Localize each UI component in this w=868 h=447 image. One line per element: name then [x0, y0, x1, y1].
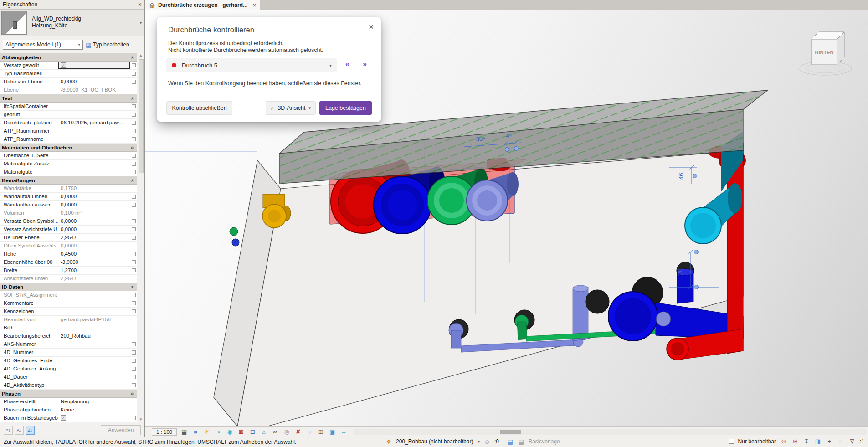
associate-parameter-box[interactable] [132, 121, 136, 125]
property-row[interactable]: 4D_Geplantes_Ende [0, 357, 137, 365]
workset-dropdown[interactable]: 200_Rohbau (nicht bearbeitbar) [396, 438, 473, 445]
property-row[interactable]: AKS-Nummer [0, 340, 137, 349]
property-row[interactable]: Versatz gewollt✓ [0, 62, 137, 70]
temporary-hide-isolate-icon[interactable]: ∞ [271, 428, 279, 436]
finish-control-button[interactable]: Kontrolle abschließen [166, 101, 232, 115]
visual-style-icon[interactable]: ■ [191, 428, 200, 436]
property-value[interactable] [58, 160, 130, 168]
associate-parameter-box[interactable] [132, 268, 136, 272]
property-value[interactable]: 06.10.2025, gerhard.paw... [58, 119, 130, 127]
category-filter-dropdown[interactable]: Allgemeines Modell (1) ▾ [3, 40, 83, 50]
property-row[interactable]: Bild [0, 324, 137, 332]
sort-default-button[interactable]: ≡↕ [4, 426, 13, 435]
associate-parameter-box[interactable] [132, 162, 136, 166]
property-row[interactable]: UK über Ebene2,9547 [0, 234, 137, 242]
associate-parameter-box[interactable] [132, 301, 136, 305]
property-row[interactable]: Ebene-3,9000_K1_UG_FBOK [0, 86, 137, 94]
apply-button[interactable]: Anwenden [101, 425, 141, 435]
type-selector[interactable]: Allg_WD_rechteckig Heizung_Kälte ▾ [0, 10, 144, 36]
select-pinned-elements-icon[interactable]: ↧ [803, 438, 810, 445]
sort-descending-button[interactable]: Z↓ [26, 426, 35, 435]
render-icon[interactable]: ◉ [226, 428, 234, 436]
property-value[interactable] [58, 373, 130, 381]
shadows-icon[interactable]: ◑ [214, 428, 222, 436]
scroll-up-icon[interactable]: ▲ [139, 53, 143, 57]
close-icon[interactable]: × [369, 22, 374, 32]
crop-view-icon[interactable]: ⊠ [237, 428, 245, 436]
highlight-displacement-sets-icon[interactable]: ⊞ [317, 428, 325, 436]
property-row[interactable]: Typ Basisbauteil [0, 70, 137, 78]
collapse-icon[interactable]: « [130, 285, 135, 288]
associate-parameter-box[interactable] [132, 350, 136, 355]
confirm-position-button[interactable]: Lage bestätigen [319, 101, 372, 115]
property-value[interactable]: 0,1750 [58, 185, 130, 192]
sun-settings-icon[interactable]: ☀ [203, 428, 211, 436]
scrollbar-thumb[interactable] [139, 59, 144, 173]
property-value[interactable] [58, 70, 130, 77]
select-elements-by-face-icon[interactable]: ◨ [814, 438, 822, 445]
view-template-list-icon[interactable]: ▤ [518, 438, 525, 445]
property-row[interactable]: Materialgüte Zusatz [0, 160, 137, 168]
durchbruch-dropdown[interactable]: Durchbruch 5 ▾ [166, 58, 337, 72]
collapse-icon[interactable]: « [130, 146, 135, 149]
associate-parameter-box[interactable] [132, 309, 136, 313]
property-value[interactable] [58, 152, 130, 159]
post-selection-icon[interactable]: ◌ [837, 438, 844, 445]
properties-scrollbar[interactable]: ▲ ▼ [137, 53, 144, 422]
property-value[interactable] [58, 291, 130, 299]
property-row[interactable]: Breite1,2700 [0, 267, 137, 275]
associate-parameter-box[interactable] [132, 236, 136, 240]
temporary-view-properties-icon[interactable]: ✘ [294, 428, 302, 436]
property-value[interactable]: 0,0000 [58, 217, 130, 225]
associate-parameter-box[interactable] [132, 195, 136, 199]
property-row[interactable]: Bearbeitungsbereich200_Rohbau [0, 332, 137, 340]
property-value[interactable] [58, 111, 130, 118]
property-value[interactable]: gerhard.pawlat4PT58 [58, 316, 130, 324]
pipe-stubs-left[interactable] [230, 227, 239, 246]
property-row[interactable]: Oberfläche 1. Seite [0, 152, 137, 160]
property-value[interactable] [58, 381, 130, 389]
property-value[interactable]: ✓ [58, 62, 130, 69]
selection-filter-count[interactable]: :1 [860, 438, 864, 445]
property-value[interactable]: 2,9547 [58, 234, 130, 241]
property-value[interactable] [58, 168, 130, 176]
property-value[interactable]: 2,9547 [58, 275, 130, 283]
property-row[interactable]: Volumen0,100 m³ [0, 209, 137, 217]
checkbox[interactable]: ✓ [61, 62, 66, 68]
detail-level-icon[interactable]: ▦ [180, 428, 188, 436]
chevron-down-icon[interactable]: ▾ [478, 439, 480, 444]
property-value[interactable]: -3,9000 [58, 258, 130, 266]
property-row[interactable]: Kennzeichen [0, 308, 137, 316]
property-row[interactable]: Phase erstelltNeuplanung [0, 398, 137, 406]
horizontal-scrollbar[interactable] [353, 429, 867, 435]
property-row[interactable]: SOFiSTiK_Assignment [0, 291, 137, 299]
property-row[interactable]: Ansichtstiefe unten2,9547 [0, 275, 137, 283]
collapse-icon[interactable]: « [130, 56, 135, 58]
show-crop-region-icon[interactable]: ⊡ [248, 428, 257, 436]
selection-filter-icon[interactable]: ∇ [848, 438, 856, 445]
property-value[interactable] [58, 324, 130, 332]
property-value[interactable] [58, 135, 130, 143]
associate-parameter-box[interactable] [132, 260, 136, 264]
associate-parameter-box[interactable] [132, 416, 136, 420]
property-value[interactable]: Neuplanung [58, 398, 130, 406]
scale-button[interactable]: 1 : 100 [152, 428, 177, 436]
associate-parameter-box[interactable] [132, 219, 136, 223]
scrollbar-thumb[interactable] [500, 430, 521, 434]
property-row[interactable]: geprüft [0, 111, 137, 119]
associate-parameter-box[interactable] [132, 80, 136, 84]
associate-parameter-box[interactable] [132, 154, 136, 158]
property-value[interactable]: 0,4500 [58, 250, 130, 258]
property-row[interactable]: Wandstärke0,1750 [0, 185, 137, 193]
associate-parameter-box[interactable] [132, 129, 136, 133]
property-value[interactable] [58, 127, 130, 135]
select-links-icon[interactable]: ⊘ [780, 438, 787, 445]
associate-parameter-box[interactable] [132, 203, 136, 207]
associate-parameter-box[interactable] [132, 359, 136, 363]
property-row[interactable]: Versatz Oben Symbol ...0,0000 [0, 217, 137, 226]
associate-parameter-box[interactable] [132, 367, 136, 371]
property-row[interactable]: 4D_Aktivitätentyp [0, 381, 137, 390]
property-row[interactable]: Höhe0,4500 [0, 250, 137, 258]
property-row[interactable]: Versatz Ansichtstiefe U...0,0000 [0, 226, 137, 234]
select-underlay-elements-icon[interactable]: ⊗ [791, 438, 799, 445]
